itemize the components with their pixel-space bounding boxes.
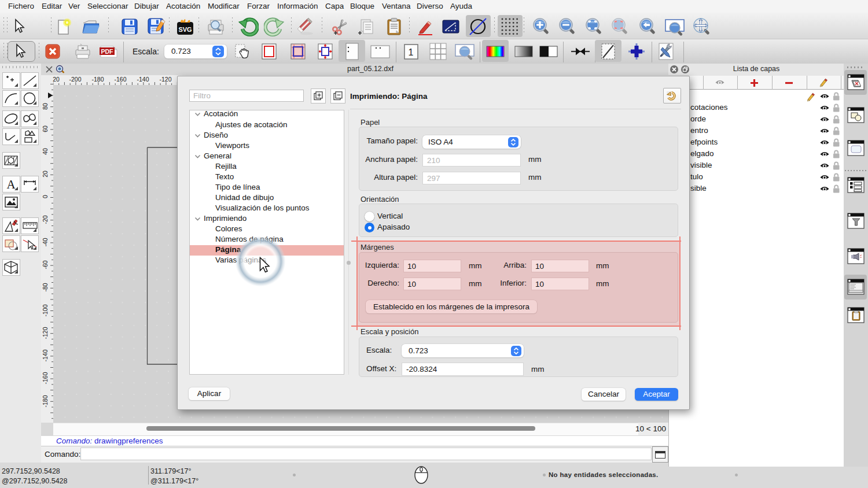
svg-text:A: A xyxy=(6,178,16,191)
svg-text:SVG: SVG xyxy=(178,26,192,33)
svg-text:1: 1 xyxy=(409,47,414,57)
svg-text:PDF: PDF xyxy=(101,48,114,55)
